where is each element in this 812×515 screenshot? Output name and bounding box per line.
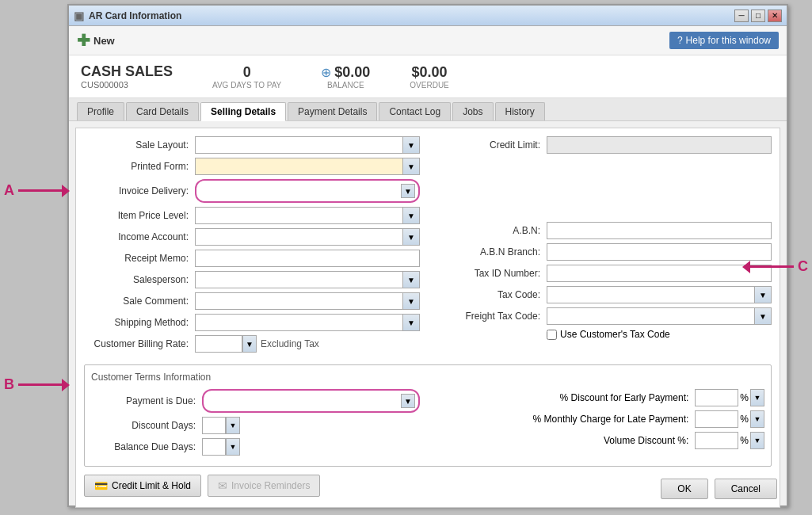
tax-code-dropdown-btn[interactable]: ▼: [754, 286, 772, 303]
income-account-label: Income Account:: [84, 231, 195, 242]
excluding-tax-label: Excluding Tax: [261, 338, 319, 349]
customer-header: CASH SALES CUS000003 0 AVG DAYS TO PAY ⊕…: [69, 55, 787, 98]
sale-comment-input[interactable]: [195, 292, 402, 310]
abn-label: A.B.N:: [436, 225, 547, 236]
arrow-c: C: [742, 258, 808, 275]
sale-comment-dropdown-btn[interactable]: ▼: [402, 292, 420, 310]
arrow-a-label: A: [4, 182, 14, 199]
cancel-button[interactable]: Cancel: [715, 479, 777, 499]
abn-branch-label: A.B.N Branch:: [436, 246, 547, 258]
avg-days-label: AVG DAYS TO PAY: [212, 81, 281, 90]
overdue-label: OVERDUE: [410, 81, 448, 90]
freight-tax-code-dropdown-btn[interactable]: ▼: [754, 307, 772, 325]
income-account-input[interactable]: [195, 228, 402, 246]
receipt-memo-row: Receipt Memo:: [84, 250, 420, 267]
use-customer-tax-checkbox[interactable]: [547, 330, 557, 340]
income-account-control: ▼: [195, 228, 420, 246]
salesperson-row: Salesperson: ▼: [84, 271, 420, 288]
customer-name: CASH SALES: [81, 63, 173, 80]
invoice-delivery-dropdown-btn[interactable]: ▼: [401, 184, 415, 198]
right-column: Credit Limit: $0.00 A.B.N:: [436, 136, 772, 357]
main-form: Sale Layout: Item ▼ Printed Form:: [84, 136, 772, 357]
avg-days-stat: 0 AVG DAYS TO PAY: [212, 64, 281, 90]
early-payment-row: % Discount for Early Payment: 0.00 % ▼: [436, 389, 764, 406]
maximize-button[interactable]: □: [751, 10, 765, 22]
early-payment-input[interactable]: 0.00: [695, 389, 738, 406]
sale-layout-input[interactable]: Item: [195, 136, 402, 154]
discount-days-input[interactable]: 0: [202, 417, 226, 434]
volume-discount-input[interactable]: 0.00: [695, 432, 738, 449]
salesperson-input[interactable]: [195, 271, 402, 288]
printed-form-input[interactable]: [195, 158, 402, 175]
tax-code-input[interactable]: GST (Goods & Services Tax): [547, 286, 754, 303]
invoice-reminders-button[interactable]: ✉ Invoice Reminders: [208, 475, 320, 497]
discount-days-spinner[interactable]: ▼: [226, 417, 240, 434]
new-button[interactable]: ✚ New: [77, 31, 115, 50]
use-customer-tax-row: Use Customer's Tax Code: [436, 329, 772, 340]
shipping-method-input[interactable]: [195, 314, 402, 331]
volume-discount-spinner[interactable]: ▼: [750, 432, 764, 449]
tab-jobs[interactable]: Jobs: [452, 102, 493, 120]
help-button[interactable]: ? Help for this window: [669, 32, 779, 49]
salesperson-dropdown-btn[interactable]: ▼: [402, 271, 420, 288]
payment-due-dropdown-btn[interactable]: ▼: [401, 394, 415, 408]
volume-discount-label: Volume Discount %:: [436, 435, 695, 446]
printed-form-dropdown-btn[interactable]: ▼: [402, 158, 420, 175]
billing-rate-spinner-btn[interactable]: ▼: [242, 335, 257, 353]
minimize-button[interactable]: ─: [734, 10, 749, 22]
balance-due-spinner[interactable]: ▼: [226, 438, 240, 456]
sale-layout-dropdown-btn[interactable]: ▼: [402, 136, 420, 154]
volume-discount-control: 0.00 % ▼: [695, 432, 764, 449]
volume-discount-row: Volume Discount %: 0.00 % ▼: [436, 432, 764, 449]
terms-right: % Discount for Early Payment: 0.00 % ▼ %…: [436, 389, 764, 460]
arrow-a: A: [4, 182, 70, 199]
billing-rate-row: Customer Billing Rate: $0.00 ▼ Excluding…: [84, 335, 420, 353]
billing-rate-input[interactable]: $0.00: [195, 335, 242, 353]
sale-layout-label: Sale Layout:: [84, 139, 195, 151]
invoice-delivery-row: Invoice Delivery: Already Printed or Sen…: [84, 179, 420, 203]
close-button[interactable]: ✕: [768, 10, 782, 22]
credit-hold-button[interactable]: 💳 Credit Limit & Hold: [84, 475, 201, 497]
item-price-level-dropdown-btn[interactable]: ▼: [402, 207, 420, 224]
overdue-value: $0.00: [410, 64, 448, 81]
balance-due-input[interactable]: 0: [202, 438, 226, 456]
monthly-charge-input[interactable]: 0.00: [695, 410, 738, 428]
shipping-method-dropdown-btn[interactable]: ▼: [402, 314, 420, 331]
item-price-level-control: Base Selling Price ▼: [195, 207, 420, 224]
credit-limit-input[interactable]: $0.00: [547, 136, 772, 154]
terms-section-title: Customer Terms Information: [91, 372, 764, 383]
item-price-level-input[interactable]: Base Selling Price: [195, 207, 402, 224]
salesperson-control: ▼: [195, 271, 420, 288]
abn-input[interactable]: [547, 222, 772, 239]
invoice-delivery-input[interactable]: Already Printed or Sent: [200, 182, 401, 200]
ok-button[interactable]: OK: [661, 479, 707, 499]
monthly-charge-control: 0.00 % ▼: [695, 410, 764, 428]
tax-id-input[interactable]: [547, 265, 772, 282]
tab-card-details[interactable]: Card Details: [126, 102, 199, 120]
tab-profile[interactable]: Profile: [77, 102, 124, 120]
balance-value: $0.00: [334, 64, 370, 81]
freight-tax-code-input[interactable]: GST (Goods & Services Tax): [547, 307, 754, 325]
balance-due-row: Balance Due Days: 0 ▼: [91, 438, 420, 456]
window-title: AR Card Information: [89, 10, 181, 21]
tab-payment-details[interactable]: Payment Details: [288, 102, 377, 120]
payment-due-input[interactable]: Prepaid: [207, 392, 401, 410]
left-column: Sale Layout: Item ▼ Printed Form:: [84, 136, 420, 357]
footer-buttons: OK Cancel: [661, 479, 777, 499]
income-account-dropdown-btn[interactable]: ▼: [402, 228, 420, 246]
early-payment-spinner[interactable]: ▼: [750, 389, 764, 406]
receipt-memo-input[interactable]: [195, 250, 420, 267]
credit-limit-control: $0.00: [547, 136, 772, 154]
freight-tax-code-label: Freight Tax Code:: [436, 311, 547, 322]
tab-contact-log[interactable]: Contact Log: [379, 102, 451, 120]
abn-branch-input[interactable]: [547, 243, 772, 261]
credit-hold-label: Credit Limit & Hold: [112, 480, 191, 491]
monthly-charge-spinner[interactable]: ▼: [750, 410, 764, 428]
invoice-reminders-icon: ✉: [218, 479, 227, 492]
tab-history[interactable]: History: [495, 102, 545, 120]
tab-selling-details[interactable]: Selling Details: [200, 102, 286, 121]
window-icon: ▣: [74, 10, 84, 22]
salesperson-label: Salesperson:: [84, 274, 195, 285]
printed-form-row: Printed Form: ▼: [84, 158, 420, 175]
use-customer-tax-label: Use Customer's Tax Code: [560, 329, 670, 340]
